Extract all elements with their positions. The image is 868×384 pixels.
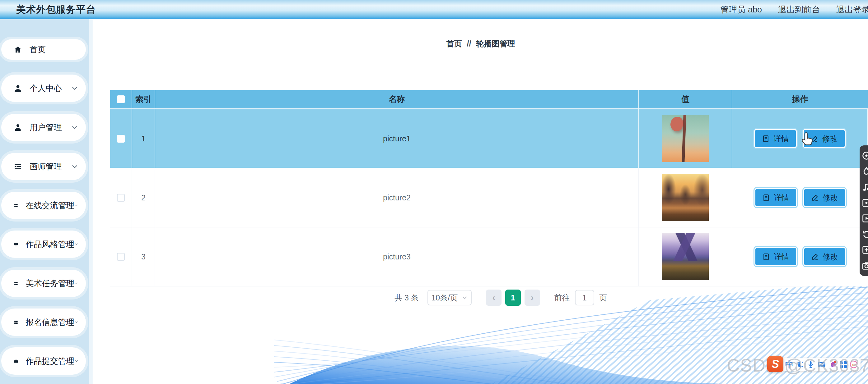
edit-button[interactable]: 修改 — [803, 129, 846, 148]
detail-button[interactable]: 详情 — [754, 188, 797, 207]
home-icon — [14, 45, 22, 54]
sidebar-item-4[interactable]: 画师管理 — [1, 153, 86, 180]
briefcase-icon — [14, 357, 18, 365]
row-index: 1 — [132, 109, 155, 168]
page-unit-label: 页 — [599, 293, 607, 303]
undo-arrow-icon[interactable] — [861, 229, 868, 240]
row-checkbox-cell — [110, 228, 132, 286]
row-checkbox[interactable] — [117, 253, 125, 261]
edit-button-label: 修改 — [822, 134, 838, 144]
ime-toolbar[interactable]: 中 — [783, 358, 861, 371]
sidebar-item-label: 个人中心 — [30, 83, 62, 94]
chevron-down-icon — [74, 318, 79, 326]
goto-label: 前往 — [554, 293, 570, 303]
ime-logo[interactable]: S — [767, 356, 783, 372]
sidebar-item-6[interactable]: 作品风格管理 — [1, 231, 86, 258]
row-value-cell — [639, 168, 732, 228]
row-value-cell — [639, 228, 732, 286]
edit-button[interactable]: 修改 — [803, 188, 846, 207]
next-page-button[interactable]: › — [525, 289, 540, 306]
music-note-icon[interactable] — [861, 182, 868, 192]
sidebar-item-7[interactable]: 美术任务管理 — [1, 270, 86, 297]
row-name: picture2 — [155, 168, 639, 228]
app-title: 美术外包服务平台 — [16, 3, 96, 16]
row-checkbox[interactable] — [117, 135, 125, 143]
row-actions: 详情修改 — [732, 228, 868, 286]
prev-page-button[interactable]: ‹ — [486, 289, 501, 306]
sidebar-item-label: 作品风格管理 — [26, 239, 74, 250]
edit-button-label: 修改 — [823, 193, 838, 203]
record-circle-icon[interactable] — [861, 150, 868, 161]
edit-pencil-icon — [811, 194, 819, 202]
row-checkbox-cell — [110, 109, 132, 168]
user-icon — [14, 84, 22, 93]
sidebar-item-8[interactable]: 报名信息管理 — [1, 309, 86, 336]
edit-button[interactable]: 修改 — [803, 247, 846, 266]
chevron-down-icon — [74, 241, 79, 248]
table-body: 1picture1详情修改2picture2详情修改3picture3详情修改 — [110, 109, 868, 286]
flame-icon[interactable] — [861, 166, 868, 177]
breadcrumb-current: 轮播图管理 — [476, 38, 515, 49]
screenshot-icon[interactable] — [861, 198, 868, 208]
sidebar-item-1[interactable]: 首页 — [1, 39, 86, 60]
keyboard-icon[interactable] — [817, 360, 826, 369]
grid-icon — [14, 279, 18, 288]
breadcrumb: 首页 // 轮播图管理 — [93, 38, 868, 49]
edit-button-label: 修改 — [823, 252, 838, 262]
column-header-index: 索引 — [132, 90, 155, 109]
grid-icon — [14, 201, 18, 210]
translate-panel-icon[interactable] — [861, 245, 868, 255]
sidebar-item-label: 用户管理 — [30, 122, 62, 133]
page-size-value: 10条/页 — [431, 293, 458, 303]
camera-icon[interactable] — [861, 260, 868, 271]
ime-menu-icon[interactable] — [840, 361, 847, 368]
detail-button[interactable]: 详情 — [754, 129, 797, 148]
current-page-button[interactable]: 1 — [505, 289, 521, 306]
header-link-logout[interactable]: 退出登录 — [836, 4, 868, 15]
row-checkbox-cell — [110, 168, 132, 228]
emoji-mouth-icon[interactable] — [849, 360, 858, 369]
carousel-thumbnail-picture3[interactable] — [662, 233, 709, 280]
table-row-picture3[interactable]: 3picture3详情修改 — [110, 228, 868, 286]
column-header-value: 值 — [639, 90, 732, 109]
header-actions: 管理员 abo 退出到前台 退出登录 — [720, 4, 868, 15]
table-header-checkbox-cell — [110, 90, 132, 109]
detail-button[interactable]: 详情 — [754, 247, 797, 266]
header-link-exit-front[interactable]: 退出到前台 — [778, 4, 820, 15]
sidebar-item-3[interactable]: 用户管理 — [1, 114, 86, 141]
admin-page: 美术外包服务平台 管理员 abo 退出到前台 退出登录 首页个人中心用户管理画师… — [0, 0, 868, 384]
sidebar-item-9[interactable]: 作品提交管理 — [1, 347, 86, 375]
goto-page-input[interactable]: 1 — [575, 290, 594, 305]
chevron-down-icon — [462, 295, 468, 301]
row-index: 2 — [132, 168, 155, 228]
chevron-down-icon — [74, 357, 79, 365]
table-header-row: 索引 名称 值 操作 — [110, 90, 868, 109]
carousel-table: 索引 名称 值 操作 1picture1详情修改2picture2详情修改3pi… — [110, 90, 868, 286]
row-name: picture3 — [155, 228, 639, 286]
table-row-picture2[interactable]: 2picture2详情修改 — [110, 168, 868, 228]
breadcrumb-separator: // — [467, 39, 471, 48]
ime-lang-indicator[interactable]: 中 — [785, 359, 794, 370]
chevron-down-icon — [71, 124, 79, 131]
skin-paint-icon[interactable] — [829, 360, 837, 369]
table-row-picture1[interactable]: 1picture1详情修改 — [110, 109, 868, 168]
carousel-thumbnail-picture1[interactable] — [662, 115, 709, 162]
header-user[interactable]: 管理员 abo — [720, 4, 762, 15]
page-size-select[interactable]: 10条/页 — [428, 290, 472, 305]
select-all-checkbox[interactable] — [117, 95, 125, 103]
microphone-icon[interactable] — [807, 360, 815, 369]
row-actions: 详情修改 — [732, 109, 868, 168]
moon-icon[interactable] — [796, 360, 804, 369]
screen-record-icon[interactable] — [861, 213, 868, 224]
row-checkbox[interactable] — [117, 194, 125, 202]
chevron-down-icon — [71, 84, 79, 92]
sidebar-item-2[interactable]: 个人中心 — [1, 75, 86, 102]
chevron-down-icon — [74, 202, 79, 209]
detail-doc-icon — [762, 253, 770, 261]
sidebar-item-5[interactable]: 在线交流管理 — [1, 192, 86, 219]
breadcrumb-home[interactable]: 首页 — [446, 38, 462, 49]
detail-doc-icon — [762, 194, 770, 202]
pagination: 共 3 条 10条/页 ‹ 1 › 前往 1 页 — [395, 289, 607, 306]
carousel-thumbnail-picture2[interactable] — [662, 174, 709, 221]
capture-toolbar[interactable] — [860, 145, 868, 276]
